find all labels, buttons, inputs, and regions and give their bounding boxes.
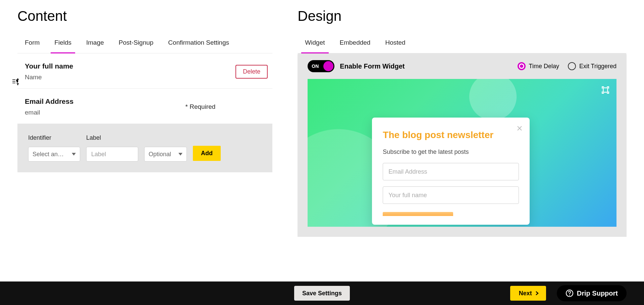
widget-preview-subtitle: Subscribe to get the latest posts — [383, 148, 519, 156]
widget-toolbar: ON Enable Form Widget Time Delay Exit Tr… — [298, 53, 627, 79]
tab-form[interactable]: Form — [25, 39, 40, 53]
add-field-panel: Identifier Select an… Label . Optional A… — [17, 124, 272, 172]
svg-rect-0 — [603, 88, 608, 92]
field-label: Email Address — [25, 97, 73, 105]
chevron-right-icon — [535, 291, 539, 296]
chevron-down-icon — [72, 153, 76, 156]
identifier-select-value: Select an… — [33, 151, 64, 158]
radio-icon — [518, 62, 526, 70]
drag-handle-icon[interactable] — [12, 78, 21, 86]
label-label: Label — [86, 134, 138, 141]
tab-confirmation-settings[interactable]: Confirmation Settings — [168, 39, 229, 53]
preview-name-input[interactable] — [383, 186, 519, 204]
tab-embedded[interactable]: Embedded — [340, 39, 371, 53]
next-button[interactable]: Next — [510, 286, 546, 301]
field-label: Your full name — [25, 62, 73, 70]
save-settings-button[interactable]: Save Settings — [294, 286, 350, 301]
radio-label: Time Delay — [529, 63, 559, 70]
radio-icon — [568, 62, 576, 70]
drip-support-button[interactable]: Drip Support — [557, 285, 627, 301]
next-button-label: Next — [519, 290, 532, 297]
radio-time-delay[interactable]: Time Delay — [518, 62, 559, 70]
preview-submit-button[interactable] — [383, 212, 453, 216]
radio-exit-triggered[interactable]: Exit Triggered — [568, 62, 616, 70]
content-section-title: Content — [17, 8, 272, 24]
label-input[interactable] — [86, 147, 138, 162]
field-identifier: Name — [25, 74, 73, 81]
toggle-knob — [323, 61, 333, 71]
requirement-select-value: Optional — [149, 151, 171, 158]
close-icon[interactable] — [517, 125, 522, 133]
enable-widget-toggle[interactable]: ON — [308, 60, 334, 72]
field-identifier: email — [25, 109, 73, 116]
delete-field-button[interactable]: Delete — [235, 65, 268, 79]
trigger-radio-group: Time Delay Exit Triggered — [518, 62, 616, 70]
svg-point-2 — [569, 295, 570, 296]
tab-hosted[interactable]: Hosted — [385, 39, 405, 53]
tab-fields[interactable]: Fields — [54, 39, 71, 53]
field-row-email: Email Address email * Required — [17, 89, 272, 124]
identifier-label: Identifier — [28, 134, 80, 141]
design-tabs: Widget Embedded Hosted — [298, 39, 627, 53]
design-section-title: Design — [298, 8, 627, 24]
footer-bar: Save Settings Next Drip Support — [0, 281, 644, 305]
required-note: * Required — [185, 103, 273, 111]
preview-email-input[interactable] — [383, 163, 519, 180]
widget-preview-card: The blog post newsletter Subscribe to ge… — [372, 118, 530, 225]
enable-widget-label: Enable Form Widget — [340, 62, 405, 70]
content-tabs: Form Fields Image Post-Signup Confirmati… — [17, 39, 272, 53]
identifier-select[interactable]: Select an… — [28, 147, 80, 162]
chevron-down-icon — [178, 153, 182, 156]
widget-preview-title: The blog post newsletter — [383, 130, 519, 140]
tab-widget[interactable]: Widget — [305, 39, 325, 53]
add-field-button[interactable]: Add — [193, 146, 221, 161]
field-row-name: Your full name Name Delete — [17, 53, 272, 89]
support-label: Drip Support — [577, 290, 618, 297]
expand-preview-icon[interactable] — [601, 86, 610, 94]
tab-post-signup[interactable]: Post-Signup — [119, 39, 154, 53]
help-icon — [566, 289, 574, 297]
toggle-state-text: ON — [312, 63, 319, 69]
widget-preview-stage: The blog post newsletter Subscribe to ge… — [308, 79, 616, 227]
radio-label: Exit Triggered — [579, 63, 616, 70]
requirement-select[interactable]: Optional — [144, 147, 187, 162]
tab-image[interactable]: Image — [86, 39, 104, 53]
